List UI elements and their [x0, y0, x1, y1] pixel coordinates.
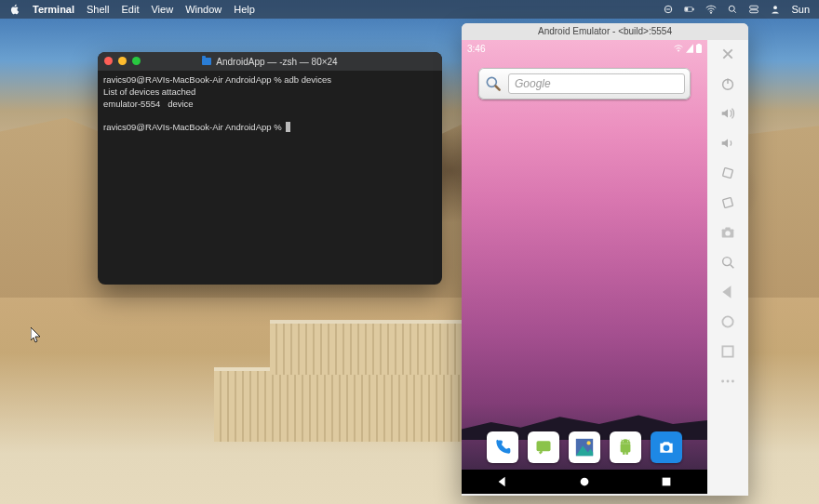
menubar-clock[interactable]: Sun — [791, 4, 810, 15]
apple-icon[interactable] — [9, 4, 20, 15]
google-search-widget[interactable]: Google — [478, 68, 691, 99]
emulator-window[interactable]: Android Emulator - <build>:5554 3:46 — [462, 23, 748, 496]
phone-icon — [493, 438, 512, 457]
desktop: Terminal Shell Edit View Window Help Sun — [0, 0, 819, 504]
battery-icon[interactable] — [684, 4, 695, 15]
svg-point-16 — [623, 441, 624, 442]
svg-rect-22 — [722, 167, 732, 178]
svg-rect-26 — [725, 228, 730, 231]
svg-point-27 — [723, 258, 732, 266]
power-icon[interactable] — [719, 75, 736, 92]
svg-rect-20 — [663, 478, 671, 486]
svg-rect-3 — [686, 8, 688, 11]
nav-home-icon[interactable] — [578, 475, 591, 488]
android-statusbar: 3:46 — [462, 40, 707, 57]
battery-icon — [696, 44, 702, 53]
menubar-item-view[interactable]: View — [151, 4, 173, 15]
camera-icon — [657, 438, 676, 457]
zoom-button[interactable] — [132, 57, 141, 65]
android-icon — [616, 438, 635, 457]
svg-point-17 — [627, 441, 628, 442]
emulator-titlebar[interactable]: Android Emulator - <build>:5554 — [462, 23, 748, 40]
app-messages[interactable] — [528, 431, 559, 463]
svg-rect-11 — [698, 44, 701, 46]
close-button[interactable] — [104, 57, 113, 65]
spotlight-icon[interactable] — [727, 4, 738, 15]
svg-rect-29 — [722, 346, 732, 356]
svg-point-4 — [711, 12, 712, 13]
do-not-disturb-icon[interactable] — [663, 4, 674, 15]
svg-point-18 — [664, 445, 670, 452]
window-traffic-lights — [104, 57, 141, 65]
zoom-icon[interactable] — [719, 254, 736, 271]
svg-point-32 — [732, 380, 734, 383]
svg-point-15 — [586, 441, 590, 444]
terminal-title: AndroidApp — -zsh — 80×24 — [216, 57, 337, 67]
android-navbar — [462, 470, 707, 494]
toolbar-overview-icon[interactable] — [719, 343, 736, 360]
mouse-cursor — [31, 327, 42, 344]
nav-overview-icon[interactable] — [660, 475, 673, 488]
menubar-item-window[interactable]: Window — [185, 4, 222, 15]
svg-point-19 — [581, 478, 589, 486]
magnifier-icon — [484, 74, 503, 93]
emulator-screen-frame: 3:46 Google — [462, 40, 707, 494]
svg-rect-23 — [722, 197, 732, 207]
menubar-item-edit[interactable]: Edit — [122, 4, 140, 15]
svg-point-9 — [678, 50, 678, 51]
nav-back-icon[interactable] — [496, 475, 509, 488]
menubar-right: Sun — [663, 4, 810, 15]
svg-point-31 — [727, 380, 730, 383]
toolbar-home-icon[interactable] — [719, 313, 736, 330]
app-phone[interactable] — [487, 431, 518, 463]
terminal-titlebar[interactable]: AndroidApp — -zsh — 80×24 — [98, 52, 442, 71]
toolbar-back-icon[interactable] — [719, 284, 736, 300]
user-icon[interactable] — [770, 4, 781, 15]
more-icon[interactable] — [719, 373, 736, 390]
macos-menubar: Terminal Shell Edit View Window Help Sun — [0, 0, 819, 19]
svg-point-30 — [721, 380, 724, 383]
terminal-window[interactable]: AndroidApp — -zsh — 80×24 ravics09@RAVIs… — [98, 52, 442, 285]
svg-point-8 — [774, 6, 778, 9]
messages-icon — [534, 438, 553, 457]
volume-up-icon[interactable] — [719, 105, 736, 122]
minimize-button[interactable] — [118, 57, 127, 65]
rotate-left-icon[interactable] — [719, 165, 736, 181]
terminal-cursor — [286, 122, 290, 132]
terminal-body[interactable]: ravics09@RAVIs-MacBook-Air AndroidApp % … — [98, 71, 442, 285]
folder-icon — [202, 58, 211, 65]
app-camera[interactable] — [651, 431, 682, 463]
control-center-icon[interactable] — [748, 4, 759, 15]
app-gallery[interactable] — [569, 431, 600, 463]
emulator-close-icon[interactable] — [721, 47, 734, 60]
android-home-screen[interactable]: 3:46 Google — [462, 40, 707, 494]
android-dock — [462, 425, 707, 470]
menubar-item-shell[interactable]: Shell — [87, 4, 109, 15]
volume-down-icon[interactable] — [719, 135, 736, 152]
svg-point-28 — [722, 316, 732, 326]
google-search-input[interactable]: Google — [508, 73, 685, 94]
svg-rect-10 — [696, 45, 702, 53]
svg-rect-13 — [537, 441, 551, 451]
signal-icon — [686, 44, 693, 53]
wifi-icon — [674, 44, 683, 53]
menubar-left: Terminal Shell Edit View Window Help — [9, 4, 255, 15]
gallery-icon — [574, 437, 595, 458]
svg-rect-6 — [750, 6, 759, 8]
emulator-toolbar — [707, 40, 748, 496]
rotate-right-icon[interactable] — [719, 194, 736, 211]
menubar-item-help[interactable]: Help — [234, 4, 255, 15]
svg-rect-7 — [750, 10, 759, 13]
wifi-icon[interactable] — [705, 4, 717, 15]
app-android[interactable] — [610, 431, 641, 463]
svg-rect-2 — [693, 8, 694, 10]
screenshot-icon[interactable] — [719, 224, 736, 241]
status-time: 3:46 — [467, 44, 485, 54]
svg-point-5 — [730, 6, 735, 11]
menubar-app-name[interactable]: Terminal — [33, 4, 74, 15]
svg-point-25 — [725, 231, 730, 235]
